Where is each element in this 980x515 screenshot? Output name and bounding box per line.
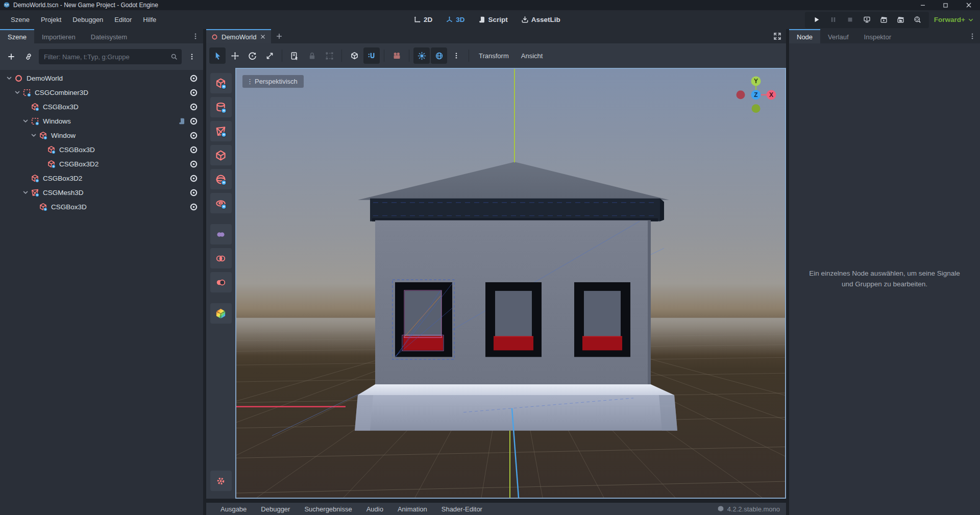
tree-node-csgbox3d2[interactable]: CSGBox3D2 (0, 157, 203, 171)
menu-hilfe[interactable]: Hilfe (137, 13, 162, 27)
tree-node-csgbox3d[interactable]: CSGBox3D (0, 200, 203, 214)
chevron-down-icon[interactable] (21, 117, 30, 125)
csg-mesh-button[interactable] (210, 121, 232, 141)
distraction-free-button[interactable] (769, 29, 786, 43)
menu-editor[interactable]: Editor (109, 13, 137, 27)
tab-inspektor[interactable]: Inspektor (856, 29, 899, 43)
tree-node-demoworld[interactable]: DemoWorld (0, 71, 203, 85)
tree-node-csgbox3d2[interactable]: CSGBox3D2 (0, 171, 203, 185)
scene-filter-input[interactable] (44, 53, 170, 61)
csg-subtraction-button[interactable] (210, 272, 232, 292)
visibility-toggle[interactable] (186, 142, 201, 157)
tab-verlauf[interactable]: Verlauf (820, 29, 856, 43)
csg-cylinder-button[interactable] (210, 97, 232, 117)
add-node-button[interactable] (4, 50, 18, 64)
chevron-down-icon[interactable] (30, 131, 38, 139)
menu-projekt[interactable]: Projekt (35, 13, 67, 27)
dock-menu-dots-icon[interactable] (965, 29, 980, 43)
bottom-tab-ausgabe[interactable]: Ausgabe (213, 505, 254, 513)
menu-debuggen[interactable]: Debuggen (67, 13, 109, 27)
bottom-tab-debugger[interactable]: Debugger (254, 505, 297, 513)
dock-menu-dots-icon[interactable] (188, 29, 203, 43)
gridmap-button[interactable] (210, 303, 232, 324)
settings-gear-button[interactable] (210, 471, 232, 491)
remote-debug-button[interactable] (859, 13, 875, 27)
mode-2d-button[interactable]: 2D (409, 14, 437, 26)
3d-viewport[interactable]: Y X Z ⋮ Perspektivisch (235, 68, 786, 499)
minimize-button[interactable] (911, 0, 934, 10)
visibility-toggle[interactable] (186, 85, 201, 100)
mode-script-button[interactable]: Script (474, 14, 512, 26)
bottom-tab-shader-editor[interactable]: Shader-Editor (434, 505, 489, 513)
visibility-toggle[interactable] (186, 185, 201, 200)
environment-preview-button[interactable] (431, 47, 447, 64)
menu-szene[interactable]: Szene (5, 13, 35, 27)
local-space-button[interactable] (346, 47, 362, 64)
tree-node-csgbox3d[interactable]: CSGBox3D (0, 142, 203, 157)
tab-dateisystem[interactable]: Dateisystem (83, 29, 135, 43)
version-info[interactable]: 4.2.2.stable.mono (717, 505, 786, 513)
tree-node-csgmesh3d[interactable]: CSGMesh3D (0, 185, 203, 200)
csg-sphere-button[interactable] (210, 169, 232, 189)
tab-node[interactable]: Node (789, 29, 820, 43)
chevron-down-icon[interactable] (21, 188, 30, 197)
close-button[interactable] (957, 0, 980, 10)
selection-list-button[interactable] (286, 47, 303, 64)
play-button[interactable] (808, 13, 825, 27)
sun-env-menu-dots-icon[interactable] (448, 47, 464, 64)
tree-node-windows[interactable]: Windows (0, 114, 203, 128)
move-tool-button[interactable] (227, 47, 243, 64)
tree-menu-dots-icon[interactable] (185, 50, 199, 64)
select-tool-button[interactable] (209, 47, 226, 64)
mode-assetlib-button[interactable]: AssetLib (517, 14, 565, 26)
bottom-tab-animation[interactable]: Animation (390, 505, 434, 513)
tree-node-window[interactable]: Window (0, 128, 203, 142)
perspective-menu[interactable]: ⋮ Perspektivisch (242, 75, 304, 88)
csg-torus-button[interactable] (210, 193, 232, 213)
tree-node-csgbox3d[interactable]: CSGBox3D (0, 100, 203, 114)
csg-polyhedron-button[interactable] (210, 145, 232, 165)
menubar: Szene Projekt Debuggen Editor Hilfe 2D 3… (0, 10, 980, 29)
sun-preview-button[interactable] (413, 47, 430, 64)
tab-importieren[interactable]: Importieren (34, 29, 83, 43)
csg-union-button[interactable] (210, 224, 232, 244)
scale-tool-button[interactable] (261, 47, 278, 64)
lock-node-button[interactable] (304, 47, 320, 64)
transform-menu[interactable]: Transform (473, 52, 514, 60)
csg-box-button[interactable] (210, 73, 232, 93)
csg-intersection-button[interactable] (210, 248, 232, 268)
instance-scene-button[interactable] (21, 50, 36, 64)
mode-3d-button[interactable]: 3D (441, 14, 469, 26)
play-scene-button[interactable] (875, 13, 892, 27)
camera-preview-button[interactable] (388, 47, 405, 64)
visibility-toggle[interactable] (186, 128, 201, 142)
movie-maker-button[interactable] (909, 13, 926, 27)
bottom-tab-audio[interactable]: Audio (359, 505, 390, 513)
attached-script-icon[interactable] (178, 117, 186, 125)
ansicht-menu[interactable]: Ansicht (516, 52, 549, 60)
visibility-toggle[interactable] (186, 171, 201, 185)
visibility-toggle[interactable] (186, 114, 201, 128)
rotate-tool-button[interactable] (244, 47, 260, 64)
visibility-toggle[interactable] (186, 157, 201, 171)
tree-node-csgcombiner3d[interactable]: CSGCombiner3D (0, 85, 203, 100)
bottom-tab-suchergebnisse[interactable]: Suchergebnisse (297, 505, 359, 513)
chevron-down-icon[interactable] (13, 88, 21, 96)
chevron-down-icon[interactable] (5, 74, 13, 82)
snap-toggle-button[interactable] (363, 47, 380, 64)
visibility-toggle[interactable] (186, 200, 201, 214)
play-custom-scene-button[interactable] (892, 13, 909, 27)
visibility-toggle[interactable] (186, 100, 201, 114)
stop-button[interactable] (842, 13, 859, 27)
group-node-button[interactable] (321, 47, 337, 64)
node3d-icon (211, 34, 218, 40)
tab-szene[interactable]: Szene (0, 29, 34, 43)
assetlib-icon (521, 16, 529, 23)
close-tab-icon[interactable] (260, 34, 266, 40)
new-scene-tab-button[interactable] (271, 29, 287, 43)
renderer-dropdown[interactable]: Forward+ (934, 16, 974, 23)
maximize-button[interactable] (934, 0, 957, 10)
pause-button[interactable] (825, 13, 842, 27)
visibility-toggle[interactable] (186, 71, 201, 85)
scene-tab-demoworld[interactable]: DemoWorld (206, 29, 271, 43)
